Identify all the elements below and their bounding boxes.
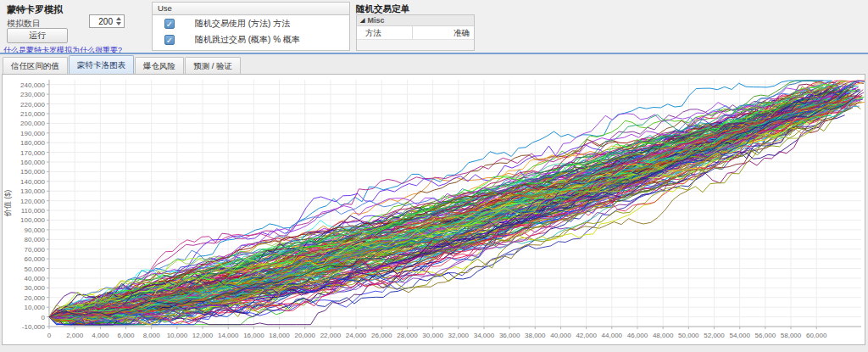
- svg-text:14,000: 14,000: [218, 332, 239, 339]
- checkbox-checked-icon[interactable]: ✓: [164, 35, 175, 45]
- collapse-triangle-icon[interactable]: ◢: [360, 17, 364, 24]
- svg-text:70,000: 70,000: [25, 246, 46, 254]
- svg-text:180,000: 180,000: [20, 139, 45, 147]
- svg-text:2,000: 2,000: [66, 332, 84, 339]
- use-options-table: Use ✓ 随机交易使用 (方法) 方法 ✓ 随机跳过交易 (概率) % 概率: [152, 2, 350, 51]
- svg-text:24,000: 24,000: [346, 332, 367, 339]
- simulation-count-stepper[interactable]: 200: [89, 14, 125, 28]
- property-name: 方法: [357, 26, 413, 39]
- checkbox-checked-icon[interactable]: ✓: [164, 19, 175, 29]
- svg-text:22,000: 22,000: [320, 332, 342, 339]
- svg-text:54,000: 54,000: [729, 332, 750, 339]
- use-row-skip-trades[interactable]: ✓ 随机跳过交易 (概率) % 概率: [153, 31, 349, 47]
- control-panel: 蒙特卡罗模拟 模拟数目 200 运行 什么是蒙特卡罗模拟为什么很重要? Use …: [0, 0, 868, 53]
- svg-text:28,000: 28,000: [397, 332, 418, 339]
- svg-text:190,000: 190,000: [20, 130, 45, 137]
- use-row-randomize-method[interactable]: ✓ 随机交易使用 (方法) 方法: [153, 15, 349, 31]
- monte-carlo-chart-panel: -10,000010,00020,00030,00040,00050,00060…: [2, 74, 865, 345]
- monte-carlo-equity-curves-chart: -10,000010,00020,00030,00040,00050,00060…: [3, 75, 865, 344]
- svg-text:44,000: 44,000: [602, 332, 623, 339]
- svg-text:18,000: 18,000: [269, 332, 290, 339]
- svg-text:240,000: 240,000: [20, 81, 45, 89]
- run-button[interactable]: 运行: [7, 28, 68, 43]
- svg-text:110,000: 110,000: [21, 207, 46, 215]
- property-value[interactable]: 准确: [413, 26, 474, 39]
- svg-text:4,000: 4,000: [92, 332, 109, 339]
- svg-text:10,000: 10,000: [25, 304, 46, 311]
- use-column-header: Use: [153, 3, 349, 15]
- svg-text:26,000: 26,000: [371, 332, 392, 339]
- svg-text:100,000: 100,000: [20, 216, 45, 224]
- page-title: 蒙特卡罗模拟: [7, 3, 63, 16]
- svg-text:52,000: 52,000: [704, 332, 725, 339]
- svg-text:200,000: 200,000: [20, 120, 45, 127]
- svg-text:80,000: 80,000: [25, 236, 46, 243]
- svg-text:20,000: 20,000: [294, 332, 315, 339]
- svg-text:30,000: 30,000: [422, 332, 443, 339]
- tab-blowup-risk[interactable]: 爆仓风险: [135, 57, 184, 74]
- svg-text:40,000: 40,000: [550, 332, 571, 339]
- svg-text:42,000: 42,000: [576, 332, 597, 339]
- svg-text:20,000: 20,000: [25, 294, 46, 302]
- svg-text:10,000: 10,000: [167, 332, 188, 339]
- svg-text:36,000: 36,000: [499, 332, 520, 339]
- svg-text:32,000: 32,000: [448, 332, 470, 339]
- svg-text:210,000: 210,000: [20, 110, 45, 118]
- svg-text:90,000: 90,000: [25, 226, 46, 234]
- svg-text:0: 0: [42, 314, 46, 321]
- random-orders-title: 随机交易定单: [356, 3, 409, 15]
- svg-text:150,000: 150,000: [20, 168, 45, 176]
- tab-monte-carlo-chart[interactable]: 蒙特卡洛图表: [69, 55, 134, 74]
- property-row-method[interactable]: 方法 准确: [357, 26, 474, 40]
- svg-text:130,000: 130,000: [20, 187, 45, 195]
- svg-text:12,000: 12,000: [192, 332, 214, 339]
- svg-text:-10,000: -10,000: [22, 323, 46, 331]
- svg-text:46,000: 46,000: [627, 332, 648, 339]
- svg-text:48,000: 48,000: [653, 332, 674, 339]
- property-group-misc[interactable]: ◢ Misc: [357, 15, 474, 26]
- stepper-down-icon[interactable]: [116, 22, 121, 25]
- stepper-up-icon[interactable]: [116, 17, 121, 20]
- svg-text:0: 0: [47, 332, 52, 339]
- stepper-arrows[interactable]: [114, 15, 123, 27]
- svg-text:40,000: 40,000: [25, 275, 46, 282]
- svg-text:50,000: 50,000: [25, 265, 46, 273]
- svg-text:56,000: 56,000: [755, 332, 776, 339]
- svg-text:6,000: 6,000: [118, 332, 136, 339]
- svg-text:50,000: 50,000: [678, 332, 699, 339]
- svg-text:38,000: 38,000: [525, 332, 546, 339]
- svg-text:170,000: 170,000: [20, 149, 45, 157]
- svg-text:220,000: 220,000: [20, 101, 45, 109]
- use-row-label: 随机交易使用 (方法) 方法: [195, 18, 290, 30]
- simulation-count-value: 200: [98, 17, 113, 26]
- svg-text:58,000: 58,000: [781, 332, 802, 339]
- tab-bar: 信任区间的值 蒙特卡洛图表 爆仓风险 预测 / 验证: [0, 54, 868, 74]
- svg-text:8,000: 8,000: [143, 332, 161, 339]
- svg-text:60,000: 60,000: [806, 332, 827, 339]
- tab-confidence-interval[interactable]: 信任区间的值: [3, 57, 68, 74]
- tab-forecast-validation[interactable]: 预测 / 验证: [185, 57, 241, 74]
- svg-text:16,000: 16,000: [243, 332, 264, 339]
- property-group-label: Misc: [367, 16, 384, 25]
- svg-text:60,000: 60,000: [25, 255, 46, 263]
- svg-text:30,000: 30,000: [25, 284, 46, 292]
- svg-text:34,000: 34,000: [474, 332, 495, 339]
- random-orders-property-grid: ◢ Misc 方法 准确: [356, 14, 475, 51]
- svg-text:价值 ($): 价值 ($): [3, 190, 12, 218]
- svg-text:160,000: 160,000: [20, 159, 45, 166]
- svg-text:140,000: 140,000: [20, 178, 45, 186]
- use-row-label: 随机跳过交易 (概率) % 概率: [195, 34, 300, 46]
- svg-text:230,000: 230,000: [20, 91, 45, 98]
- svg-text:120,000: 120,000: [20, 198, 45, 205]
